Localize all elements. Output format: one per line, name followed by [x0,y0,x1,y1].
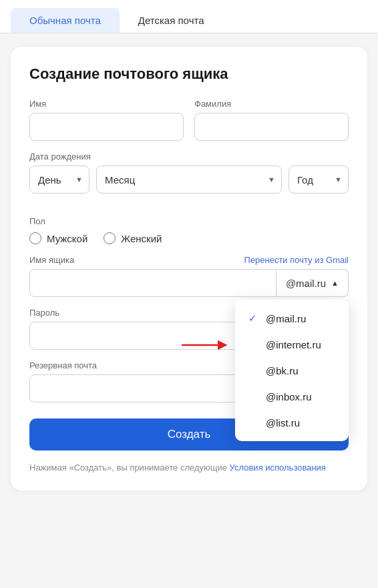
dob-group: Дата рождения День ▼ Месяц ▼ [29,152,349,204]
domain-option-bkru[interactable]: @bk.ru [235,358,349,384]
domain-option-inboxru[interactable]: @inbox.ru [235,384,349,410]
gender-female-label[interactable]: Женский [104,232,162,244]
gender-female-radio[interactable] [104,232,116,244]
mailbox-name-input[interactable] [29,269,276,297]
radio-group: Мужской Женский [29,232,349,244]
domain-selector[interactable]: @mail.ru ▲ [276,269,349,297]
gender-male-radio[interactable] [29,232,41,244]
dob-day-select[interactable]: День [29,166,89,194]
page-container: Обычная почта Детская почта Создание поч… [0,0,378,588]
dob-day-wrapper: День ▼ [29,166,89,194]
check-icon-mailru: ✓ [248,312,259,324]
name-row: Имя Фамилия [29,99,349,141]
domain-option-mailru[interactable]: ✓ @mail.ru [235,305,349,332]
backup-label: Резервная почта [29,360,97,370]
mailbox-label: Имя ящика [29,255,74,265]
tab-kids[interactable]: Детская почта [120,8,223,33]
form-card: Создание почтового ящика Имя Фамилия Дат… [11,47,367,491]
dob-label: Дата рождения [29,152,349,162]
form-title: Создание почтового ящика [29,65,349,83]
first-name-input[interactable] [29,113,184,141]
dob-month-wrapper: Месяц ▼ [96,166,282,194]
gender-male-text: Мужской [47,233,87,244]
dob-year-wrapper: Год ▼ [289,166,349,194]
gender-group: Пол Мужской Женский [29,215,349,244]
last-name-group: Фамилия [194,99,349,141]
dob-month-group: Месяц ▼ [96,166,282,194]
domain-internetru-label: @internet.ru [266,339,321,350]
dob-year-select[interactable]: Год [289,166,349,194]
domain-listru-label: @list.ru [266,417,300,428]
gender-female-text: Женский [121,233,162,244]
first-name-group: Имя [29,99,184,141]
dob-month-select[interactable]: Месяц [96,166,282,194]
mailbox-group: Имя ящика Перенести почту из Gmail @mail… [29,255,349,297]
last-name-input[interactable] [194,113,349,141]
first-name-label: Имя [29,99,184,109]
tab-regular[interactable]: Обычная почта [11,8,120,33]
gender-male-label[interactable]: Мужской [29,232,87,244]
domain-bkru-label: @bk.ru [266,365,299,376]
tab-bar: Обычная почта Детская почта [0,0,378,33]
transfer-gmail-link[interactable]: Перенести почту из Gmail [244,255,349,265]
dob-year-group: Год ▼ [289,166,349,194]
red-arrow-annotation [182,336,232,354]
domain-arrow-icon: ▲ [331,279,339,287]
last-name-label: Фамилия [194,99,349,109]
domain-inboxru-label: @inbox.ru [266,391,312,402]
footer-note: Нажимая «Создать», вы принимаете следующ… [29,461,349,475]
domain-dropdown: ✓ @mail.ru @internet.ru [235,300,349,441]
mailbox-label-row: Имя ящика Перенести почту из Gmail [29,255,349,265]
gender-label: Пол [29,216,45,226]
dob-day-group: День ▼ [29,166,89,194]
footer-note-text: Нажимая «Создать», вы принимаете следующ… [29,463,230,473]
dob-row: День ▼ Месяц ▼ Г [29,166,349,194]
mailbox-input-container: @mail.ru ▲ ✓ @mail.ru @internet.ru [29,269,349,297]
terms-link[interactable]: Условия использования [230,463,326,473]
password-label: Пароль [29,308,59,318]
domain-mailru-label: @mail.ru [266,313,306,324]
domain-option-listru[interactable]: @list.ru [235,410,349,436]
selected-domain-text: @mail.ru [286,278,326,289]
domain-option-internetru[interactable]: @internet.ru [235,332,349,358]
